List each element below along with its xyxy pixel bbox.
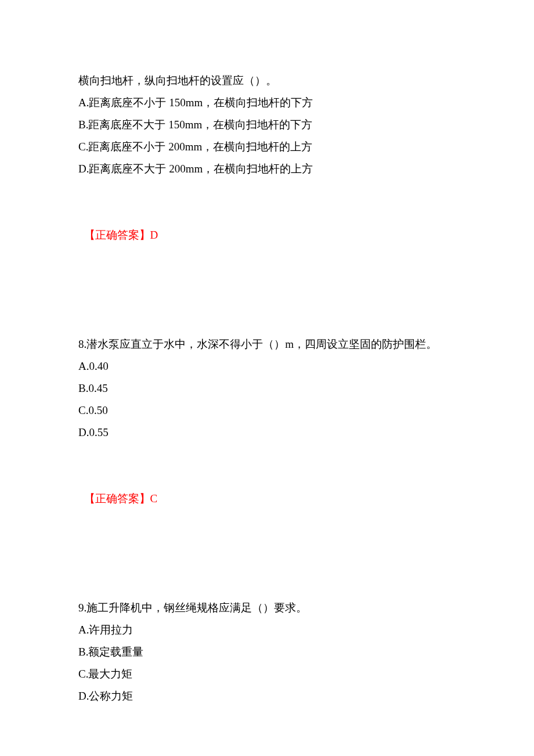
q7-option-a: A.距离底座不小于 150mm，在横向扫地杆的下方 [78,92,456,114]
q8-option-c: C.0.50 [78,399,456,422]
q7-answer: 【正确答案】D [78,202,456,246]
spacer [78,707,456,729]
q8-option-a: A.0.40 [78,355,456,377]
answer-value: C [150,492,158,505]
q8-option-b: B.0.45 [78,377,456,399]
spacer [78,246,456,333]
answer-label: 【正确答案】 [84,492,150,505]
q7-option-d: D.距离底座不大于 200mm，在横向扫地杆的上方 [78,158,456,180]
q8-stem: 8.潜水泵应直立于水中，水深不得小于（）m，四周设立坚固的防护围栏。 [78,333,456,355]
spacer [78,510,456,597]
q9-stem: 9.施工升降机中，钢丝绳规格应满足（）要求。 [78,597,456,619]
q9-option-a: A.许用拉力 [78,619,456,641]
spacer [78,444,456,466]
q7-option-c: C.距离底座不小于 200mm，在横向扫地杆的上方 [78,136,456,158]
q9-answer: 【正确答案】B [78,729,456,756]
answer-label: 【正确答案】 [84,229,150,241]
q7-option-b: B.距离底座不大于 150mm，在横向扫地杆的下方 [78,114,456,136]
q9-option-c: C.最大力矩 [78,663,456,685]
q8-option-d: D.0.55 [78,422,456,444]
spacer [78,180,456,202]
q8-answer: 【正确答案】C [78,466,456,510]
q7-stem: 横向扫地杆，纵向扫地杆的设置应（）。 [78,70,456,92]
answer-value: D [150,229,158,241]
q9-option-b: B.额定载重量 [78,641,456,663]
q9-option-d: D.公称力矩 [78,685,456,707]
